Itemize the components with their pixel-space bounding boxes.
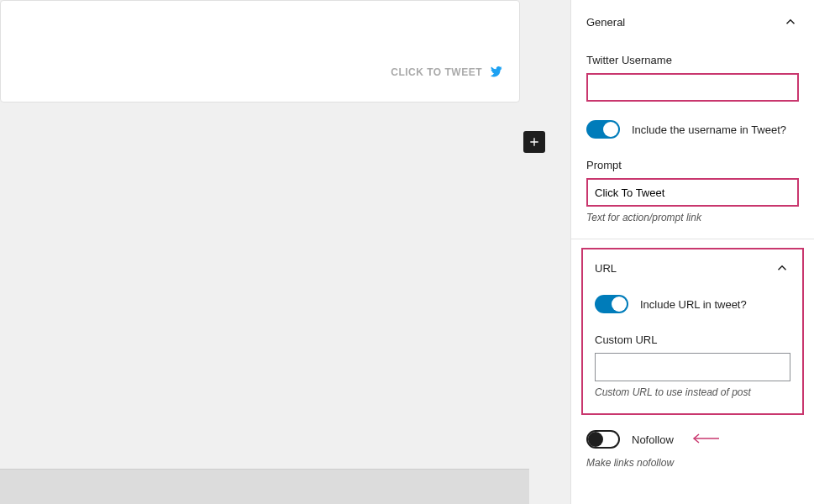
custom-url-label: Custom URL	[595, 333, 790, 346]
tweet-action[interactable]: CLICK TO TWEET	[391, 66, 504, 78]
arrow-left-icon	[691, 433, 721, 447]
url-panel-title: URL	[595, 262, 617, 275]
url-panel: URL Include URL in tweet? Custom URL Cus…	[581, 248, 804, 415]
nofollow-toggle[interactable]	[586, 430, 620, 449]
click-to-tweet-block[interactable]: CLICK TO TWEET	[0, 0, 520, 102]
editor-canvas: CLICK TO TWEET	[0, 0, 570, 504]
nofollow-toggle-row: Nofollow	[571, 415, 814, 450]
twitter-username-label: Twitter Username	[586, 54, 799, 66]
general-panel-title: General	[586, 16, 625, 29]
include-username-toggle[interactable]	[586, 120, 620, 139]
include-url-toggle-row: Include URL in tweet?	[595, 295, 790, 313]
custom-url-help: Custom URL to use instead of post	[595, 386, 790, 398]
twitter-icon	[489, 66, 504, 78]
block-settings-sidebar: General Twitter Username Include the use…	[570, 0, 814, 504]
general-panel-header[interactable]: General	[586, 13, 799, 30]
include-url-label: Include URL in tweet?	[640, 298, 747, 311]
include-username-toggle-row: Include the username in Tweet?	[586, 120, 799, 139]
editor-footer-bar	[0, 469, 529, 504]
prompt-input[interactable]	[586, 178, 799, 207]
general-panel: General Twitter Username Include the use…	[571, 0, 814, 239]
custom-url-input[interactable]	[595, 353, 790, 381]
tweet-prompt-text: CLICK TO TWEET	[391, 66, 482, 78]
prompt-help: Text for action/prompt link	[586, 212, 799, 223]
url-panel-header[interactable]: URL	[595, 260, 790, 276]
prompt-label: Prompt	[586, 159, 799, 171]
chevron-up-icon	[774, 260, 790, 276]
include-url-toggle[interactable]	[595, 295, 628, 313]
nofollow-label: Nofollow	[632, 433, 674, 446]
nofollow-help: Make links nofollow	[571, 455, 814, 484]
add-block-button[interactable]	[523, 131, 545, 153]
twitter-username-input[interactable]	[586, 73, 799, 102]
chevron-up-icon	[782, 13, 799, 30]
plus-icon	[528, 135, 541, 149]
include-username-label: Include the username in Tweet?	[632, 123, 786, 136]
